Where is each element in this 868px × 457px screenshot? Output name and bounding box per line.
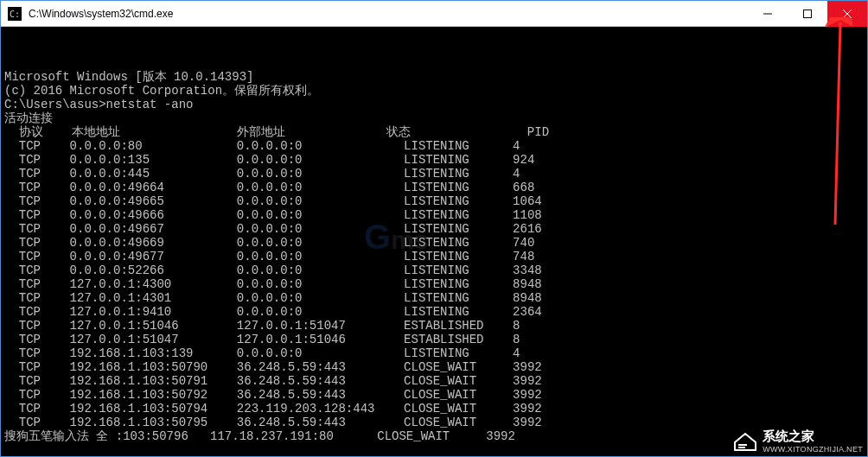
terminal-line: TCP 192.168.1.103:50794 223.119.203.128:… [4, 402, 864, 416]
terminal-line: TCP 192.168.1.103:139 0.0.0.0:0 LISTENIN… [4, 346, 864, 360]
terminal-line: (c) 2016 Microsoft Corporation。保留所有权利。 [4, 84, 864, 98]
terminal-line: Microsoft Windows [版本 10.0.14393] [4, 70, 864, 84]
terminal-line: TCP 0.0.0.0:49667 0.0.0.0:0 LISTENING 26… [4, 222, 864, 236]
terminal-output[interactable]: Microsoft Windows [版本 10.0.14393](c) 201… [1, 27, 867, 456]
terminal-line: TCP 192.168.1.103:50795 36.248.5.59:443 … [4, 416, 864, 429]
terminal-line: TCP 0.0.0.0:49664 0.0.0.0:0 LISTENING 66… [4, 181, 864, 194]
terminal-line: TCP 127.0.0.1:51046 127.0.0.1:51047 ESTA… [4, 319, 864, 333]
terminal-line: TCP 127.0.0.1:9410 0.0.0.0:0 LISTENING 2… [4, 305, 864, 319]
maximize-button[interactable] [788, 1, 827, 27]
terminal-line: 协议 本地地址 外部地址 状态 PID [4, 125, 864, 139]
terminal-line: 活动连接 [4, 111, 864, 125]
terminal-line: C:\Users\asus>netstat -ano [4, 98, 864, 111]
svg-text:C:: C: [10, 10, 20, 19]
terminal-line: TCP 0.0.0.0:49666 0.0.0.0:0 LISTENING 11… [4, 208, 864, 222]
svg-rect-3 [804, 10, 812, 17]
close-button[interactable] [827, 1, 867, 27]
terminal-line: TCP 0.0.0.0:49665 0.0.0.0:0 LISTENING 10… [4, 194, 864, 208]
terminal-line: 搜狗五笔输入法 全 :103:50796 117.18.237.191:80 C… [4, 429, 864, 443]
terminal-line: TCP 0.0.0.0:445 0.0.0.0:0 LISTENING 4 [4, 167, 864, 181]
terminal-line: TCP 0.0.0.0:49677 0.0.0.0:0 LISTENING 74… [4, 250, 864, 263]
terminal-line: TCP 0.0.0.0:80 0.0.0.0:0 LISTENING 4 [4, 139, 864, 153]
terminal-line: TCP 127.0.0.1:51047 127.0.0.1:51046 ESTA… [4, 333, 864, 346]
terminal-line: TCP 127.0.0.1:4301 0.0.0.0:0 LISTENING 8… [4, 291, 864, 305]
terminal-line: TCP 192.168.1.103:50792 36.248.5.59:443 … [4, 388, 864, 402]
terminal-line: TCP 192.168.1.103:50791 36.248.5.59:443 … [4, 374, 864, 388]
terminal-line: TCP 0.0.0.0:52266 0.0.0.0:0 LISTENING 33… [4, 263, 864, 277]
minimize-button[interactable] [748, 1, 788, 27]
close-icon [843, 10, 852, 18]
terminal-line: TCP 0.0.0.0:49669 0.0.0.0:0 LISTENING 74… [4, 236, 864, 250]
terminal-line: TCP 0.0.0.0:135 0.0.0.0:0 LISTENING 924 [4, 153, 864, 167]
titlebar[interactable]: C: C:\Windows\system32\cmd.exe [1, 1, 867, 27]
cmd-icon: C: [8, 7, 22, 21]
cmd-window: C: C:\Windows\system32\cmd.exe Microsoft… [0, 0, 868, 457]
terminal-line: TCP 192.168.1.103:50790 36.248.5.59:443 … [4, 360, 864, 374]
window-title: C:\Windows\system32\cmd.exe [29, 8, 173, 20]
maximize-icon [803, 10, 812, 18]
minimize-icon [763, 10, 772, 18]
terminal-line: TCP 127.0.0.1:4300 0.0.0.0:0 LISTENING 8… [4, 277, 864, 291]
